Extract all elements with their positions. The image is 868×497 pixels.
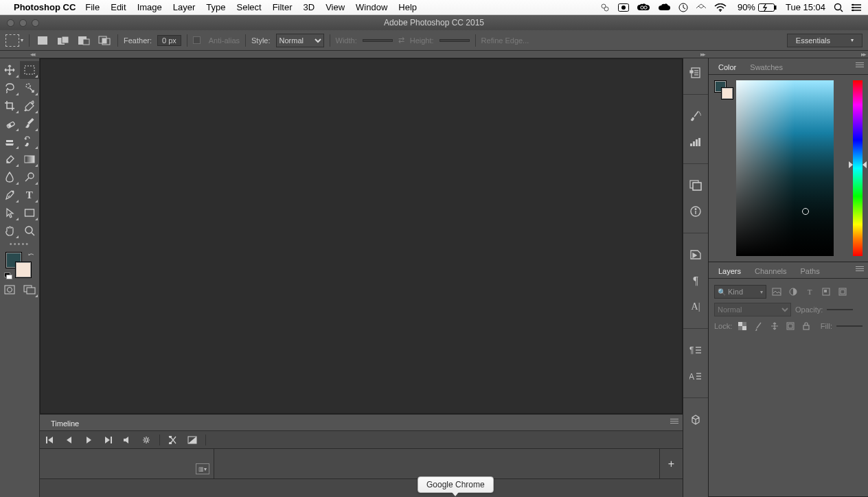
timeline-frame-size-icon[interactable]: ▥▾ [196,463,209,474]
move-tool[interactable] [0,61,20,79]
type-tool[interactable]: T [20,186,40,204]
background-swatch[interactable] [15,262,32,278]
tab-timeline[interactable]: Timeline [44,417,86,430]
canvas-area[interactable] [40,58,683,414]
rectangle-tool[interactable] [20,204,40,222]
marquee-tool[interactable] [20,61,40,79]
3d-panel-icon[interactable] [687,412,704,427]
timeline-settings-icon[interactable] [140,436,152,444]
lock-pixels-icon[interactable] [753,321,764,332]
timeline-play-icon[interactable] [82,437,95,443]
color-panel-bg-swatch[interactable] [721,87,733,100]
paragraph-styles-panel-icon[interactable]: ¶ [687,343,704,358]
healing-brush-tool[interactable] [0,115,20,132]
history-brush-tool[interactable] [20,132,40,150]
pen-tool[interactable] [0,186,20,204]
hue-slider[interactable] [853,80,863,256]
menu-help[interactable]: Help [398,2,417,12]
collapse-iconstrip-icon[interactable]: ▸▸ [700,51,705,58]
color-panel-menu-icon[interactable] [856,62,864,67]
spotlight-icon[interactable] [834,3,843,12]
gradient-tool[interactable] [20,150,40,168]
actions-panel-icon[interactable] [687,247,704,262]
lock-transparency-icon[interactable] [736,321,748,332]
color-swatches[interactable]: ⤺ [4,251,35,279]
workspace-switcher[interactable]: Essentials ▾ [787,34,863,47]
style-select[interactable]: Normal [276,34,324,47]
filter-adjustment-icon[interactable] [787,286,799,297]
tab-layers[interactable]: Layers [711,264,748,278]
timeline-prev-frame-icon[interactable] [63,437,76,443]
history-panel-icon[interactable] [687,65,704,80]
eyedropper-tool[interactable] [20,97,40,115]
color-picker[interactable] [736,80,847,256]
status-battery[interactable]: 90% [735,2,777,12]
timeline-transition-icon[interactable] [186,436,198,444]
collapse-tools-icon[interactable]: ◂◂ [30,51,34,58]
info-panel-icon[interactable] [687,204,704,219]
brush-presets-panel-icon[interactable] [687,135,704,150]
menu-layer[interactable]: Layer [173,2,196,12]
paragraph-panel-icon[interactable]: ¶ [687,273,704,288]
selection-new-icon[interactable] [35,34,50,47]
timeline-split-icon[interactable] [167,436,179,444]
color-selector-cursor[interactable] [802,208,809,215]
quick-select-tool[interactable] [20,79,40,97]
color-field[interactable] [736,80,834,256]
menu-window[interactable]: Window [356,2,387,12]
tab-swatches[interactable]: Swatches [743,60,790,74]
app-name[interactable]: Photoshop CC [14,2,76,12]
selection-intersect-icon[interactable] [97,34,112,47]
collapse-rightpanels-icon[interactable]: ▸▸ [861,51,865,58]
lock-artboard-icon[interactable] [784,321,796,332]
notification-center-icon[interactable] [852,3,861,12]
menu-type[interactable]: Type [206,2,225,12]
swap-colors-icon[interactable]: ⤺ [28,251,34,258]
eraser-tool[interactable] [0,150,20,168]
menu-filter[interactable]: Filter [273,2,293,12]
crop-tool[interactable] [0,97,20,115]
lock-all-icon[interactable] [801,321,812,332]
timeline-last-frame-icon[interactable] [102,437,114,443]
selection-add-icon[interactable] [56,34,71,47]
filter-type-icon[interactable]: T [803,286,816,297]
clone-source-panel-icon[interactable] [687,178,704,193]
status-cc-icon[interactable] [637,3,650,12]
layers-panel-menu-icon[interactable] [856,266,864,271]
timeline-add-track-button[interactable]: + [659,449,683,478]
blur-tool[interactable] [0,168,20,186]
layer-filter-type[interactable]: 🔍Kind▾ [714,285,766,299]
quickmask-tool[interactable] [0,281,20,299]
menu-image[interactable]: Image [137,2,162,12]
selection-subtract-icon[interactable] [76,34,91,47]
menu-file[interactable]: File [85,2,100,12]
lock-position-icon[interactable] [768,321,780,332]
filter-smartobj-icon[interactable] [836,286,849,297]
menu-3d[interactable]: 3D [304,2,315,12]
color-panel-swatches[interactable] [714,80,733,100]
tab-paths[interactable]: Paths [794,264,827,278]
status-clock-icon[interactable] [678,3,688,12]
timeline-first-frame-icon[interactable] [44,437,56,443]
filter-shape-icon[interactable] [820,286,832,297]
status-record-icon[interactable] [618,3,629,12]
menu-edit[interactable]: Edit [111,2,126,12]
screenmode-tool[interactable] [20,281,40,299]
lasso-tool[interactable] [0,79,20,97]
zoom-tool[interactable] [20,222,40,240]
timeline-audio-icon[interactable] [121,437,133,443]
status-wifi-icon[interactable] [714,3,727,12]
default-colors-icon[interactable] [4,273,12,279]
brush-settings-panel-icon[interactable] [687,108,704,124]
feather-value[interactable]: 0 px [157,35,181,46]
tab-color[interactable]: Color [711,60,743,74]
status-cloud-icon[interactable] [658,3,670,12]
dodge-tool[interactable] [20,168,40,186]
menu-select[interactable]: Select [236,2,261,12]
menubar-clock[interactable]: Tue 15:04 [786,2,825,12]
menu-view[interactable]: View [326,2,345,12]
current-tool-indicator[interactable]: ▾ [5,34,23,47]
path-select-tool[interactable] [0,204,20,222]
hand-tool[interactable] [0,222,20,240]
brush-tool[interactable] [20,115,40,132]
